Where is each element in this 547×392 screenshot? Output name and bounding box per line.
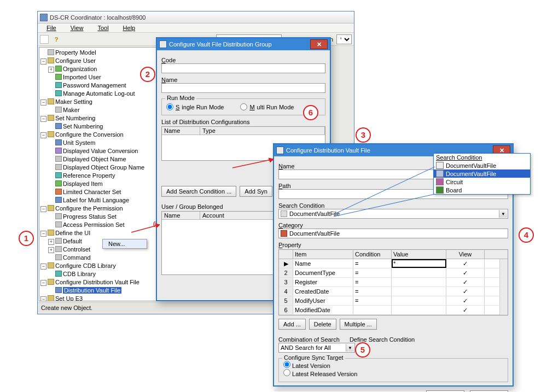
menu-file[interactable]: File [40, 24, 63, 32]
context-menu: New... [102, 239, 147, 249]
tree-set-numbering[interactable]: Set Numbering [55, 115, 95, 121]
annotation-4: 4 [519, 227, 534, 243]
flyout-option[interactable]: DocumentVaultFile [434, 169, 530, 178]
tree-property-model[interactable]: Property Model [55, 49, 96, 56]
radio-multi[interactable]: Multi Run Mode [240, 103, 294, 110]
board-icon [436, 186, 444, 194]
name-input[interactable] [161, 83, 325, 93]
app-title: DS-CR Coordinator : localhost/8900 [50, 14, 352, 21]
tree-set-numbering-child[interactable]: Set Numbering [63, 123, 103, 130]
flyout-option[interactable]: DocumentVaultFile [434, 161, 530, 169]
chevron-down-icon[interactable]: ▼ [499, 210, 507, 218]
tree-define-ui[interactable]: Define the UI [55, 230, 90, 236]
dlg2-icon [276, 147, 284, 154]
table-row[interactable]: 6ModifiedDate [279, 306, 499, 315]
table-row[interactable]: 4CreatedDate= [279, 287, 499, 296]
list-label: List of Distribution Configurations [161, 119, 325, 125]
d2-sc-label: Search Condition [278, 202, 508, 209]
code-input[interactable] [161, 63, 325, 73]
btn-add-sync[interactable]: Add Syn [240, 186, 272, 197]
property-grid[interactable]: Item Condition Value View ▶Name=*2Docume… [278, 249, 508, 315]
tree-organization[interactable]: Organization [63, 66, 97, 72]
annotation-3: 3 [356, 127, 371, 143]
tree-setup-e3[interactable]: Set Up E3 [55, 295, 83, 301]
runmode-group: Run Mode Single Run Mode Multi Run Mode [161, 98, 325, 115]
d2-prop-label: Property [278, 242, 508, 248]
btn-add-search-cond[interactable]: Add Search Condition ... [161, 186, 236, 197]
grid-scrollbar[interactable] [499, 259, 508, 315]
tree-configure-permission[interactable]: Configure the Permission [55, 205, 123, 212]
combo-search-select[interactable]: AND Search for All ▼ [278, 343, 355, 353]
tree-cdb-library[interactable]: Configure CDB Library [55, 262, 116, 269]
col-value[interactable]: Value [392, 250, 446, 259]
category-icon [281, 230, 287, 237]
ug-col-name[interactable]: Name [162, 212, 200, 219]
d2-cat-label: Category [278, 222, 508, 229]
radio-latest[interactable]: Latest Version [283, 362, 330, 369]
tree-configure-user[interactable]: Configure User [55, 57, 96, 64]
annotation-1: 1 [19, 231, 34, 246]
col-name[interactable]: Name [162, 127, 200, 134]
code-label: Code [161, 57, 325, 63]
tree-imported-user[interactable]: Imported User [63, 74, 101, 80]
col-condition[interactable]: Condition [353, 250, 392, 259]
table-row[interactable]: 2DocumentType= [279, 268, 499, 278]
flyout-option[interactable]: Circuit [434, 178, 530, 186]
d2-sc-select[interactable]: DocumentVaultFile ▼ [278, 209, 508, 219]
chevron-down-icon[interactable]: ▼ [346, 344, 354, 352]
status-text: Create new Object. [41, 305, 92, 311]
doc-icon [436, 162, 444, 169]
tree-password-mgmt[interactable]: Password Management [63, 82, 126, 89]
col-item[interactable]: Item [293, 250, 353, 259]
doc-icon [436, 170, 444, 177]
combo-search-label: Combination of Search [278, 336, 340, 343]
dlg1-icon [159, 40, 167, 48]
col-view[interactable]: View [446, 250, 485, 259]
help-icon[interactable]: ? [52, 35, 61, 44]
btn-delete[interactable]: Delete [309, 319, 336, 330]
dlg1-title: Configure Vault File Distribution Group [169, 41, 308, 48]
table-row[interactable]: 5ModifyUser= [279, 296, 499, 306]
btn-multiple[interactable]: Multiple ... [340, 319, 377, 330]
col-type[interactable]: Type [200, 127, 325, 134]
flyout-title: Search Condition [434, 154, 530, 161]
tree-dist-vault-file-child[interactable]: Distribution Vault File [63, 287, 121, 294]
search-condition-flyout: Search Condition DocumentVaultFile Docum… [433, 153, 531, 195]
menu-help[interactable]: Help [117, 24, 142, 32]
tree-panel[interactable]: Property Model −Configure User +Organiza… [39, 47, 168, 301]
flyout-option[interactable]: Board [434, 186, 530, 194]
search-cond-select[interactable]: * [336, 34, 352, 44]
tree-auto-logout[interactable]: Manage Automatic Log-out [63, 90, 135, 97]
tree-maker-setting[interactable]: Maker Setting [55, 98, 92, 105]
define-search-label: Define Search Condition [350, 336, 415, 343]
table-row[interactable]: ▶Name=* [279, 259, 499, 268]
config-tree: Property Model −Configure User +Organiza… [39, 49, 167, 301]
sync-legend: Configure Sync Target [282, 354, 345, 361]
tree-configure-conversion[interactable]: Configure the Conversion [55, 131, 124, 138]
new-icon[interactable] [40, 35, 49, 44]
toggle-icon[interactable]: − [40, 58, 46, 65]
d2-category[interactable]: DocumentVaultFile [278, 229, 508, 238]
menubar: File View Tool Help [38, 24, 354, 33]
menu-view[interactable]: View [64, 24, 90, 32]
circuit-icon [436, 178, 444, 185]
radio-single[interactable]: Single Run Mode [166, 103, 224, 110]
ctx-new[interactable]: New... [103, 239, 147, 248]
dlg1-titlebar[interactable]: Configure Vault File Distribution Group … [157, 38, 330, 50]
close-icon[interactable]: ✕ [310, 39, 328, 49]
radio-released[interactable]: Latest Released Version [283, 371, 357, 377]
titlebar: DS-CR Coordinator : localhost/8900 [38, 11, 354, 24]
sync-target-group: Configure Sync Target Latest Version Lat… [278, 358, 508, 382]
runmode-legend: Run Mode [165, 95, 196, 101]
app-icon [40, 14, 48, 21]
name-label: Name [161, 77, 325, 83]
btn-add[interactable]: Add ... [278, 319, 306, 330]
tree-maker[interactable]: Maker [63, 107, 80, 113]
doc-icon [281, 210, 287, 217]
tree-dist-vault-file[interactable]: Configure Distribution Vault File [55, 279, 139, 285]
menu-tool[interactable]: Tool [91, 24, 115, 32]
table-row[interactable]: 3Register= [279, 278, 499, 287]
